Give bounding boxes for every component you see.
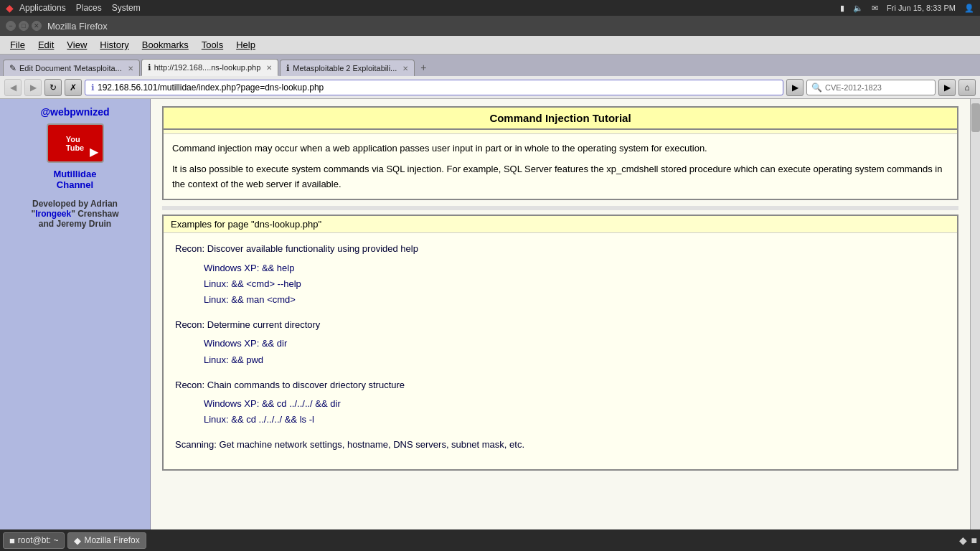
tab-0[interactable]: ✎ Edit Document 'Metasploita... ✕ [3,60,140,76]
tools-menu[interactable]: Tools [196,38,229,52]
dev-credit: Developed by Adrian "Irongeek" Crenshaw … [31,199,118,229]
list-item: Windows XP: && help [204,260,946,276]
history-menu[interactable]: History [94,38,134,52]
recon-items-2: Windows XP: && cd ../../../ && dir Linux… [175,396,946,428]
bookmarks-menu[interactable]: Bookmarks [136,38,194,52]
taskbar-terminal-label: root@bt: ~ [18,535,59,545]
back-button[interactable]: ◀ [4,79,22,96]
title-bar: − □ ✕ Mozilla Firefox [0,16,980,36]
system-bar-right: ▮ 🔈 ✉ Fri Jun 15, 8:33 PM 👤 [840,4,974,13]
tutorial-box: Command Injection Tutorial Command injec… [162,106,958,200]
system-nav: Applications Places System [19,3,141,13]
list-item: Windows XP: && cd ../../../ && dir [204,396,946,412]
youtube-play-icon: ▶ [90,145,98,159]
home-button[interactable]: ⌂ [958,79,976,96]
recon-title-3: Scanning: Get machine network settings, … [175,436,946,453]
tab-0-close[interactable]: ✕ [128,65,133,72]
tutorial-para2: It is also possible to execute system co… [172,162,948,192]
channel-line1: Mutillidae [54,169,97,179]
examples-header: Examples for page "dns-lookup.php" [164,216,957,233]
username-link[interactable]: @webpwnized [40,106,109,118]
taskbar-firefox-icon: ◆ [959,534,967,546]
list-item: Linux: && <cmd> --help [204,276,946,292]
taskbar-end-icon: ■ [971,534,977,546]
search-submit-button[interactable]: ▶ [938,79,956,96]
tab-0-label: Edit Document 'Metasploita... [19,64,122,72]
recon-section-0: Recon: Discover available functionality … [175,240,946,308]
browser-content: @webpwnized YouTube ▶ Mutillidae Channel… [0,99,980,535]
help-menu[interactable]: Help [230,38,261,52]
tab-0-icon: ✎ [9,63,17,73]
volume-icon: 🔈 [853,4,863,13]
system-menu[interactable]: System [112,3,141,13]
address-bar: ◀ ▶ ↻ ✗ ℹ 192.168.56.101/mutillidae/inde… [0,76,980,99]
list-item: Windows XP: && dir [204,336,946,352]
dev-line1: Developed by Adrian [32,199,118,209]
youtube-text: YouTube [66,135,84,152]
recon-section-1: Recon: Determine current directory Windo… [175,316,946,368]
view-menu[interactable]: View [61,38,93,52]
search-box[interactable]: 🔍 CVE-2012-1823 [806,80,936,95]
tab-2-label: Metasploitable 2 Exploitabili... [293,64,397,72]
tab-1-icon: ℹ [148,62,151,72]
recon-items-0: Windows XP: && help Linux: && <cmd> --he… [175,260,946,308]
recon-title-0: Recon: Discover available functionality … [175,240,946,257]
tab-1[interactable]: ℹ http://192.168....ns-lookup.php ✕ [141,59,279,76]
examples-body: Recon: Discover available functionality … [164,233,957,468]
taskbar-terminal[interactable]: ■ root@bt: ~ [3,532,65,549]
youtube-thumbnail[interactable]: YouTube ▶ [47,123,104,163]
tab-2[interactable]: ℹ Metasploitable 2 Exploitabili... ✕ [280,60,415,76]
taskbar: ■ root@bt: ~ ◆ Mozilla Firefox ◆ ■ [0,529,980,551]
taskbar-right: ◆ ■ [959,534,977,546]
tab-2-close[interactable]: ✕ [402,65,408,72]
firefox-icon: ◆ [74,535,81,546]
url-text: 192.168.56.101/mutillidae/index.php?page… [98,83,324,93]
mail-icon: ✉ [872,4,878,13]
edit-menu[interactable]: Edit [32,38,60,52]
close-button[interactable]: ✕ [32,21,42,31]
maximize-button[interactable]: □ [19,21,29,31]
user-icon: 👤 [964,4,974,13]
menu-bar: File Edit View History Bookmarks Tools H… [0,36,980,55]
url-icon: ℹ [91,83,95,93]
tab-bar: ✎ Edit Document 'Metasploita... ✕ ℹ http… [0,55,980,76]
sidebar: @webpwnized YouTube ▶ Mutillidae Channel… [0,99,151,535]
recon-section-3: Scanning: Get machine network settings, … [175,436,946,453]
main-content: Command Injection Tutorial Command injec… [151,99,970,535]
scrollbar[interactable] [970,99,980,535]
address-input[interactable]: ℹ 192.168.56.101/mutillidae/index.php?pa… [85,80,783,95]
tutorial-header: Command Injection Tutorial [164,108,957,130]
tutorial-body: Command injection may occur when a web a… [164,134,957,199]
file-menu[interactable]: File [4,38,31,52]
recon-title-1: Recon: Determine current directory [175,316,946,333]
new-tab-button[interactable]: + [416,59,430,76]
list-item: Linux: && pwd [204,352,946,368]
irongeek-link[interactable]: Irongeek [35,209,71,219]
channel-link[interactable]: Mutillidae Channel [54,169,97,190]
system-bar-left: ◆ Applications Places System [6,2,141,14]
forward-button[interactable]: ▶ [24,79,42,96]
refresh-button[interactable]: ↻ [44,79,62,96]
places-menu[interactable]: Places [76,3,102,13]
recon-title-2: Recon: Chain commands to discover driect… [175,377,946,393]
tab-1-close[interactable]: ✕ [266,64,272,72]
list-item: Linux: && cd ../../../ && ls -l [204,412,946,428]
channel-line2: Channel [57,179,93,190]
applications-menu[interactable]: Applications [19,3,66,13]
go-button[interactable]: ▶ [786,79,804,96]
recon-section-2: Recon: Chain commands to discover driect… [175,377,946,428]
taskbar-browser[interactable]: ◆ Mozilla Firefox [67,532,146,549]
minimize-button[interactable]: − [6,21,16,31]
tutorial-para1: Command injection may occur when a web a… [172,141,948,156]
tab-1-label: http://192.168....ns-lookup.php [154,63,261,72]
search-engine-icon: 🔍 [811,83,822,93]
taskbar-browser-label: Mozilla Firefox [84,535,139,545]
window-controls: − □ ✕ [6,21,42,31]
datetime: Fri Jun 15, 8:33 PM [887,4,956,12]
distro-logo: ◆ [6,2,14,14]
list-item: Linux: && man <cmd> [204,292,946,308]
system-bar: ◆ Applications Places System ▮ 🔈 ✉ Fri J… [0,0,980,16]
stop-button[interactable]: ✗ [65,79,82,96]
tab-2-icon: ℹ [286,63,290,73]
recon-items-1: Windows XP: && dir Linux: && pwd [175,336,946,367]
